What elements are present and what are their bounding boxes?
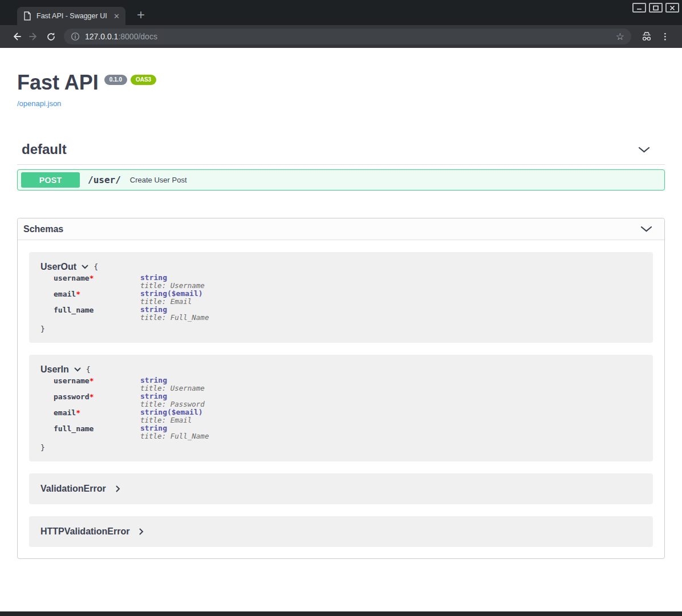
address-bar[interactable]: 127.0.0.1:8000/docs ☆ <box>64 29 631 44</box>
property-name: full_name <box>54 424 140 433</box>
url-text: 127.0.0.1:8000/docs <box>85 32 157 41</box>
model-name: ValidationError <box>40 484 106 494</box>
property-detail: stringtitle: Full_Name <box>140 306 209 322</box>
property-type: string <box>140 424 209 432</box>
schema-property: username*stringtitle: Username <box>54 376 642 392</box>
property-detail: stringtitle: Username <box>140 274 205 290</box>
schema-property: password*stringtitle: Password <box>54 392 642 408</box>
schema-property: full_namestringtitle: Full_Name <box>54 424 642 440</box>
property-name: username* <box>54 376 140 385</box>
browser-toolbar: 127.0.0.1:8000/docs ☆ ⋮ <box>0 25 682 48</box>
model-toggle[interactable]: UserOut <box>40 262 88 272</box>
back-icon[interactable] <box>8 28 25 45</box>
endpoint-summary: Create User Post <box>130 176 187 184</box>
browser-window: Fast API - Swagger UI ✕ + <box>0 0 682 616</box>
property-type: string <box>140 306 209 314</box>
model-toggle[interactable]: HTTPValidationError <box>40 526 144 537</box>
property-detail: stringtitle: Full_Name <box>140 424 209 440</box>
tab-close-icon[interactable]: ✕ <box>112 12 121 21</box>
schema-model: UserOut { username*stringtitle: Username… <box>29 252 653 343</box>
open-brace: { <box>86 364 91 375</box>
property-detail: stringtitle: Password <box>140 392 205 408</box>
property-meta: title: Full_Name <box>140 432 209 440</box>
property-detail: string($email)title: Email <box>140 408 203 424</box>
minimize-button[interactable] <box>632 3 646 13</box>
chevron-down-icon <box>640 226 652 232</box>
property-meta: title: Password <box>140 400 205 408</box>
property-type: string($email) <box>140 408 203 416</box>
close-brace: } <box>40 325 45 333</box>
model-name: HTTPValidationError <box>40 526 129 537</box>
model-properties: username*stringtitle: Usernameemail*stri… <box>54 274 642 322</box>
chevron-right-icon <box>139 528 144 535</box>
open-brace: { <box>94 261 98 272</box>
schema-property: email*string($email)title: Email <box>54 290 642 306</box>
property-name: email* <box>54 290 140 298</box>
oas3-badge: OAS3 <box>131 75 156 85</box>
required-star: * <box>90 274 94 282</box>
property-meta: title: Username <box>140 384 205 392</box>
chevron-down-icon <box>82 265 88 269</box>
schema-model: UserIn { username*stringtitle: Usernamep… <box>29 355 653 461</box>
api-info: Fast API 0.1.0 OAS3 /openapi.json <box>17 71 665 108</box>
schemas-header[interactable]: Schemas <box>18 218 664 240</box>
chevron-right-icon <box>116 485 120 492</box>
version-badge: 0.1.0 <box>104 75 127 85</box>
api-title: Fast API <box>17 71 99 94</box>
property-meta: title: Username <box>140 282 205 290</box>
schemas-section: Schemas UserOut { username*stringtitle: … <box>17 218 665 559</box>
bookmark-star-icon[interactable]: ☆ <box>614 31 627 43</box>
required-star: * <box>90 376 94 385</box>
model-name: UserOut <box>40 262 76 272</box>
property-name: username* <box>54 274 140 282</box>
tag-title: default <box>22 141 67 157</box>
browser-tab[interactable]: Fast API - Swagger UI ✕ <box>17 7 125 25</box>
property-detail: stringtitle: Username <box>140 376 205 392</box>
maximize-button[interactable] <box>649 3 663 13</box>
required-star: * <box>76 408 80 417</box>
schema-model: ValidationError <box>29 473 653 504</box>
property-type: string <box>140 274 205 282</box>
schemas-title: Schemas <box>23 224 63 234</box>
openapi-spec-link[interactable]: /openapi.json <box>17 99 61 108</box>
property-meta: title: Email <box>140 298 203 306</box>
model-name: UserIn <box>40 364 69 375</box>
tab-strip: Fast API - Swagger UI ✕ + <box>0 0 682 25</box>
endpoint-path: /user/ <box>88 175 121 185</box>
tag-section-default: default POST /user/ Create User Post <box>17 138 665 191</box>
model-properties: username*stringtitle: Usernamepassword*s… <box>54 376 642 440</box>
close-brace: } <box>40 443 45 452</box>
incognito-icon <box>640 31 653 42</box>
property-meta: title: Full_Name <box>140 314 209 322</box>
chevron-down-icon <box>638 147 650 153</box>
site-info-icon[interactable] <box>71 32 80 41</box>
tab-title: Fast API - Swagger UI <box>36 7 107 25</box>
swagger-page: Fast API 0.1.0 OAS3 /openapi.json defaul… <box>0 48 682 611</box>
property-meta: title: Email <box>140 416 203 424</box>
new-tab-button[interactable]: + <box>137 9 145 21</box>
property-name: full_name <box>54 306 140 314</box>
http-method-badge: POST <box>21 172 80 188</box>
required-star: * <box>90 392 94 401</box>
model-toggle[interactable]: ValidationError <box>40 484 120 494</box>
opblock-post-user[interactable]: POST /user/ Create User Post <box>17 169 665 191</box>
schema-property: full_namestringtitle: Full_Name <box>54 306 642 322</box>
tag-header[interactable]: default <box>17 138 665 165</box>
property-type: string($email) <box>140 290 203 298</box>
forward-icon[interactable] <box>25 28 42 45</box>
model-toggle[interactable]: UserIn <box>40 364 81 375</box>
reload-icon[interactable] <box>42 28 59 45</box>
menu-kebab-icon[interactable]: ⋮ <box>656 31 674 42</box>
close-button[interactable] <box>665 3 679 13</box>
schemas-body: UserOut { username*stringtitle: Username… <box>18 240 664 558</box>
chevron-down-icon <box>74 367 81 372</box>
property-name: password* <box>54 392 140 401</box>
schema-model: HTTPValidationError <box>29 516 653 547</box>
window-bottom-edge <box>0 611 682 616</box>
page-icon <box>23 11 31 21</box>
property-type: string <box>140 392 205 400</box>
schema-property: username*stringtitle: Username <box>54 274 642 290</box>
window-controls <box>632 3 679 13</box>
property-type: string <box>140 376 205 384</box>
property-detail: string($email)title: Email <box>140 290 203 306</box>
